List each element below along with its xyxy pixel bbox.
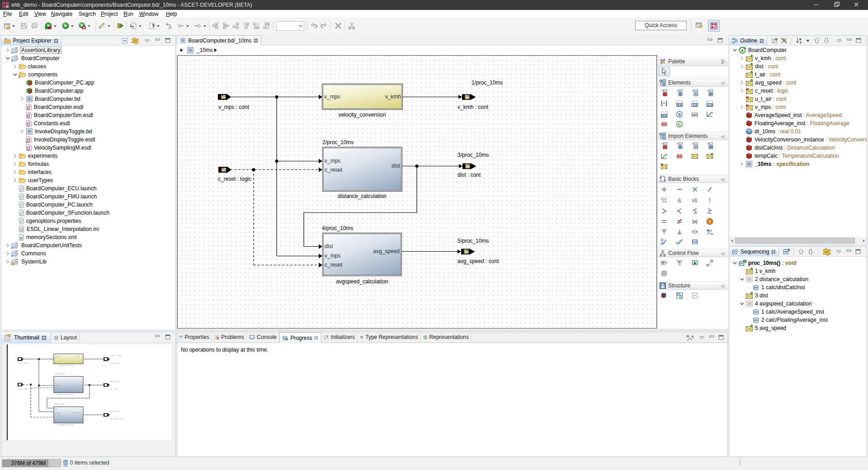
- svg-text:3/proc_10ms: 3/proc_10ms: [109, 380, 120, 382]
- svg-text:avgspeed_calculation: avgspeed_calculation: [57, 423, 74, 426]
- svg-text:R: R: [361, 336, 363, 338]
- svg-text:|x|: |x|: [692, 219, 697, 224]
- svg-text:FALSE: FALSE: [707, 104, 713, 107]
- svg-text:0.0: 0.0: [677, 103, 682, 107]
- svg-text:v_mps : cont: v_mps : cont: [18, 362, 28, 364]
- svg-text:X: X: [20, 236, 23, 240]
- svg-text:1/proc_10ms: 1/proc_10ms: [111, 354, 121, 357]
- svg-text:avg_speed: avg_speed: [73, 412, 81, 414]
- svg-text:v_mps: v_mps: [55, 385, 60, 386]
- svg-text:2/proc_10ms: 2/proc_10ms: [54, 372, 65, 375]
- svg-text:velocity_conversion: velocity_conversion: [58, 364, 74, 367]
- svg-text:v_kmh: v_kmh: [75, 356, 80, 357]
- svg-text:c_reset: c_reset: [55, 415, 61, 417]
- svg-text:c_reset: c_reset: [55, 387, 61, 389]
- svg-text:c_reset : logic: c_reset : logic: [17, 388, 28, 390]
- svg-text:dist : cont: dist : cont: [109, 388, 118, 390]
- svg-text:&: &: [677, 197, 681, 204]
- svg-text:C: C: [678, 122, 681, 127]
- svg-text:S: S: [744, 47, 746, 51]
- svg-text:T: T: [708, 219, 711, 224]
- svg-text:v_kmh : cont: v_kmh : cont: [109, 362, 120, 364]
- svg-text:{}: {}: [27, 138, 31, 142]
- svg-text:ABC: ABC: [692, 113, 698, 116]
- svg-text:v_mps: v_mps: [55, 412, 60, 414]
- svg-text:IF: IF: [678, 261, 681, 263]
- svg-text:C: C: [425, 336, 426, 338]
- svg-text:≥1: ≥1: [692, 198, 697, 203]
- svg-text:S: S: [678, 113, 681, 117]
- svg-text:TRUE: TRUE: [661, 115, 667, 118]
- svg-text:dist: dist: [79, 385, 82, 386]
- svg-text:{}: {}: [27, 122, 31, 126]
- svg-text:{}: {}: [27, 146, 31, 150]
- svg-text:5/proc_10ms: 5/proc_10ms: [109, 410, 120, 412]
- svg-text:dist: dist: [55, 408, 58, 410]
- svg-text:4/proc_10ms: 4/proc_10ms: [54, 403, 65, 405]
- svg-text:{}: {}: [27, 113, 31, 118]
- svg-text:{}: {}: [27, 105, 31, 110]
- svg-text:I: I: [327, 334, 328, 338]
- svg-text:avg_speed : cont: avg_speed : cont: [109, 418, 123, 420]
- svg-text:distance_calculation: distance_calculation: [57, 393, 74, 395]
- svg-text:1.0: 1.0: [693, 103, 697, 107]
- svg-text:v_mps: v_mps: [55, 356, 60, 357]
- svg-text:IF: IF: [662, 261, 665, 264]
- svg-text:!: !: [709, 197, 711, 204]
- svg-text:z: z: [800, 40, 802, 44]
